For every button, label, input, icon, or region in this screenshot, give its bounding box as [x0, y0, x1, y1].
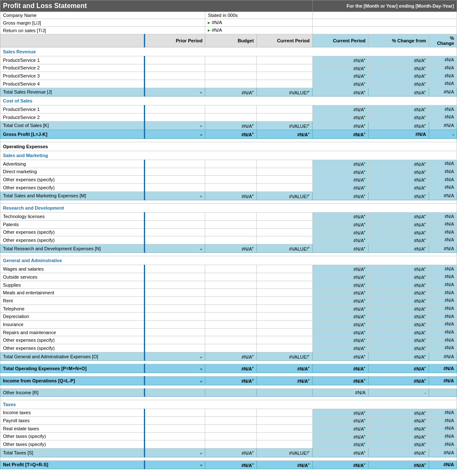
table-row: Product/Service 4 #N/A▸ #N/A▸ #N/A: [0, 80, 457, 88]
total-taxes-row: Total Taxes [S] ▸ #N/A▸ #VALUE!▸ #N/A▸ #…: [0, 448, 457, 457]
table-row: Outside services #N/A▸ #N/A▸ #N/A: [0, 273, 457, 281]
other-income-label: Other Income [R]: [0, 388, 145, 396]
table-row: Real estate taxes #N/A▸ #N/A▸ #N/A: [0, 424, 457, 432]
net-profit-row: Net Profit [T=Q+R-S] ▸ #N/A▸ #N/A▸ #N/A▸…: [0, 460, 457, 469]
table-row: Other expenses (specify) #N/A▸ #N/A▸ #N/…: [0, 183, 457, 191]
spacer: [0, 200, 457, 204]
spacer: [0, 385, 457, 388]
spreadsheet: Profit and Loss Statement For the [Month…: [0, 0, 457, 469]
table-row: Product/Service 1 #N/A▸ #N/A▸ #N/A: [0, 105, 457, 113]
total-cost-sales-row: Total Cost of Sales [K] ▸ #N/A▸ #VALUE!▸…: [0, 121, 457, 130]
operating-expenses-label: Operating Expenses: [0, 142, 457, 151]
taxes-header: Taxes: [0, 400, 457, 409]
col-headers: Prior Period Budget Current Period Curre…: [0, 34, 457, 47]
item-label: Product/Service 1: [0, 56, 145, 64]
col-pct-change-from: % Change from: [368, 34, 429, 47]
total-rd-row: Total Research and Development Expenses …: [0, 244, 457, 253]
total-ga-row: Total General and Adminstrative Expenses…: [0, 352, 457, 361]
tri-indicator-2: ▸: [208, 28, 210, 33]
gross-margin-label: Gross margin [L/J]: [0, 19, 205, 27]
income-operations-label: Income from Operations [Q=L-P]: [0, 376, 145, 385]
table-row: Product/Service 3 #N/A▸ #N/A▸ #N/A: [0, 72, 457, 80]
total-operating-label: Total Operating Expenses [P=M+N+O]: [0, 364, 145, 373]
total-cost-label: Total Cost of Sales [K]: [0, 121, 145, 130]
total-ga-label: Total General and Adminstrative Expenses…: [0, 352, 145, 361]
item-label: Product/Service 4: [0, 80, 145, 88]
spacer: [0, 253, 457, 256]
spacer: [0, 396, 457, 400]
subtitle: For the [Month or Year] ending [Month-Da…: [312, 0, 457, 12]
total-operating-row: Total Operating Expenses [P=M+N+O] ▸ #N/…: [0, 364, 457, 373]
spacer: [0, 373, 457, 376]
rd-label: Research and Development: [0, 204, 457, 213]
table-row: Other expenses (specify) #N/A▸ #N/A▸ #N/…: [0, 344, 457, 352]
col-label: [0, 34, 145, 47]
gross-margin-value: ▸ #N/A: [205, 19, 312, 27]
ga-header: General and Adminstrative: [0, 256, 457, 265]
table-row: Rent #N/A▸ #N/A▸ #N/A: [0, 297, 457, 305]
table-row: Income taxes #N/A▸ #N/A▸ #N/A: [0, 409, 457, 417]
sales-revenue-header: Sales Revenue: [0, 47, 457, 56]
table-row: Depreciation #N/A▸ #N/A▸ #N/A: [0, 313, 457, 321]
col-current-period-1: Current Period: [256, 34, 312, 47]
table-row: Technology licenses #N/A▸ #N/A▸ #N/A: [0, 213, 457, 221]
other-income-row: Other Income [R] #N/A -: [0, 388, 457, 396]
col-prior-period: Prior Period: [145, 34, 205, 47]
table-row: Insurance #N/A▸ #N/A▸ #N/A: [0, 321, 457, 329]
col-current-period-2: Current Period: [312, 34, 368, 47]
item-label: Product/Service 2: [0, 64, 145, 72]
spacer: [0, 361, 457, 364]
sales-marketing-header: Sales and Marketing: [0, 151, 457, 160]
title: Profit and Loss Statement: [0, 0, 313, 12]
table-row: Supplies #N/A▸ #N/A▸ #N/A: [0, 281, 457, 289]
table-row: Other taxes (specify) #N/A▸ #N/A▸ #N/A: [0, 432, 457, 440]
gross-profit-label: Gross Profit [L=J-K]: [0, 130, 145, 139]
cost-of-sales-header: Cost of Sales: [0, 97, 457, 105]
income-operations-row: Income from Operations [Q=L-P] ▸ #N/A▸ #…: [0, 376, 457, 385]
total-sales-revenue-row: Total Sales Revenue [J] ▸ #N/A▸ #VALUE!▸…: [0, 88, 457, 97]
net-profit-label: Net Profit [T=Q+R-S]: [0, 460, 145, 469]
table-row: Other expenses (specify) #N/A▸ #N/A▸ #N/…: [0, 228, 457, 236]
table-row: Product/Service 2 #N/A▸ #N/A▸ #N/A: [0, 113, 457, 121]
rd-header: Research and Development: [0, 204, 457, 213]
sales-revenue-label: Sales Revenue: [0, 47, 457, 56]
table-row: Repairs and maintenance #N/A▸ #N/A▸ #N/A: [0, 328, 457, 336]
table-row: Direct marketing #N/A▸ #N/A▸ #N/A: [0, 168, 457, 176]
return-on-sales-label: Return on sales [T/J]: [0, 27, 205, 34]
spacer: [0, 457, 457, 460]
total-taxes-label: Total Taxes [S]: [0, 448, 145, 457]
sales-marketing-label: Sales and Marketing: [0, 151, 457, 160]
item-label: Product/Service 3: [0, 72, 145, 80]
taxes-label: Taxes: [0, 400, 457, 409]
return-on-sales-value: ▸ #N/A: [205, 27, 312, 34]
company-name-label: Company Name: [0, 12, 205, 19]
operating-expenses-header: Operating Expenses: [0, 142, 457, 151]
table-row: Patents #N/A▸ #N/A▸ #N/A: [0, 220, 457, 228]
table-row: Product/Service 2 #N/A▸ #N/A▸ #N/A: [0, 64, 457, 72]
stated-in: Stated in 000s: [205, 12, 312, 19]
return-on-sales-row: Return on sales [T/J] ▸ #N/A: [0, 27, 457, 34]
gross-margin-row: Gross margin [L/J] ▸ #N/A: [0, 19, 457, 27]
table-row: Wages and salaries #N/A▸ #N/A▸ #N/A: [0, 265, 457, 273]
table-row: Other taxes (specify) #N/A▸ #N/A▸ #N/A: [0, 440, 457, 448]
total-sales-marketing-row: Total Sales and Marketing Expenses [M] ▸…: [0, 191, 457, 200]
total-sm-label: Total Sales and Marketing Expenses [M]: [0, 191, 145, 200]
table-row: Other expenses (specify) #N/A▸ #N/A▸ #N/…: [0, 236, 457, 244]
tri-indicator: ▸: [208, 20, 210, 25]
col-budget: Budget: [205, 34, 256, 47]
company-name-row: Company Name Stated in 000s: [0, 12, 457, 19]
table-row: Telephone #N/A▸ #N/A▸ #N/A: [0, 304, 457, 313]
table-row: Other expenses (specify) #N/A▸ #N/A▸ #N/…: [0, 176, 457, 184]
table-row: Payroll taxes #N/A▸ #N/A▸ #N/A: [0, 417, 457, 425]
table-row: Other expenses (specify) #N/A▸ #N/A▸ #N/…: [0, 336, 457, 344]
total-rd-label: Total Research and Development Expenses …: [0, 244, 145, 253]
spacer: [0, 138, 457, 142]
cost-of-sales-label: Cost of Sales: [0, 97, 457, 105]
total-sales-label: Total Sales Revenue [J]: [0, 88, 145, 97]
ga-label: General and Adminstrative: [0, 256, 457, 265]
header-row: Profit and Loss Statement For the [Month…: [0, 0, 457, 12]
gross-profit-row: Gross Profit [L=J-K] ▸ #N/A▸ #N/A▸ #N/A▸…: [0, 130, 457, 139]
table-row: Product/Service 1 #N/A▸ #N/A▸ #N/A: [0, 56, 457, 64]
table-row: Meals and entertainment #N/A▸ #N/A▸ #N/A: [0, 289, 457, 297]
col-pct-change: % Change: [429, 34, 457, 47]
